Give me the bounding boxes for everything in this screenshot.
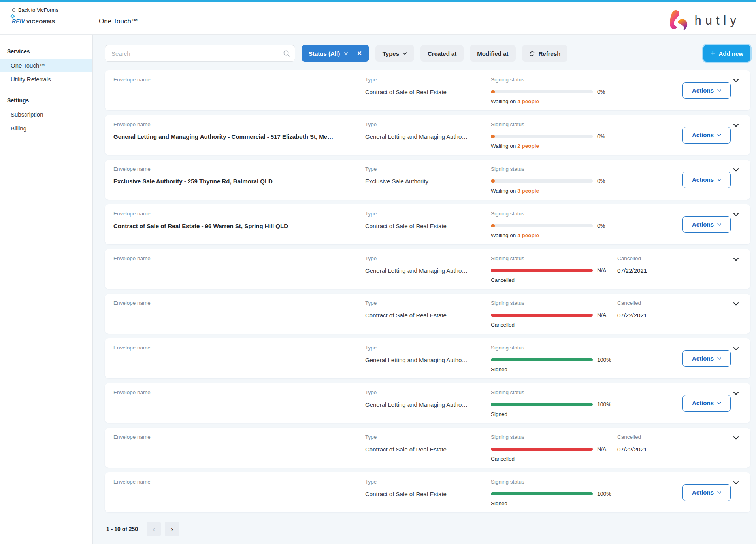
type-value: Exclusive Sale Authority — [365, 178, 485, 185]
expand-chevron-down-icon[interactable] — [732, 299, 740, 308]
expand-chevron-down-icon[interactable] — [732, 255, 740, 264]
envelope-name-value: Contract of Sale of Real Estate - 96 War… — [113, 223, 357, 229]
signing-progress-bar — [491, 135, 593, 138]
cancelled-label: Cancelled — [617, 255, 682, 261]
expand-chevron-down-icon[interactable] — [732, 344, 740, 353]
envelope-row: Envelope name Type Contract of Sale of R… — [105, 70, 750, 110]
envelope-name-label: Envelope name — [113, 211, 357, 217]
cancelled-date: 07/22/2021 — [617, 267, 682, 274]
expand-chevron-down-icon[interactable] — [732, 433, 740, 442]
types-filter-button[interactable]: Types — [375, 45, 414, 62]
refresh-button[interactable]: Refresh — [522, 45, 568, 62]
type-value: Contract of Sale of Real Estate — [365, 312, 485, 319]
type-label: Type — [365, 121, 485, 127]
signing-progress-fill — [491, 224, 495, 227]
signing-percent: 0% — [597, 133, 605, 140]
cancelled-column: Cancelled 07/22/2021 — [617, 300, 682, 327]
signing-status-text: Waiting on2 people — [491, 143, 617, 149]
type-label: Type — [365, 345, 485, 351]
created-at-button[interactable]: Created at — [420, 45, 464, 62]
envelope-row: Envelope name Type General Letting and M… — [105, 338, 750, 378]
signing-percent: 0% — [597, 178, 605, 184]
status-prefix: Waiting on — [491, 188, 516, 194]
type-label: Type — [365, 434, 485, 440]
signing-percent: 100% — [597, 401, 611, 408]
envelope-name-label: Envelope name — [113, 255, 357, 261]
clear-status-filter-icon[interactable]: ✕ — [357, 50, 362, 57]
toolbar: Status (All) ✕ Types Created at Modified… — [105, 45, 750, 62]
actions-button-label: Actions — [692, 87, 714, 94]
actions-button[interactable]: Actions — [682, 82, 731, 99]
signing-status-label: Signing status — [491, 166, 617, 172]
chevron-down-icon — [717, 223, 721, 226]
type-value: General Letting and Managing Autho… — [365, 267, 485, 274]
expand-chevron-down-icon[interactable] — [732, 478, 740, 487]
signing-status-text: Signed — [491, 411, 617, 417]
envelope-row: Envelope name Exclusive Sale Authority -… — [105, 160, 750, 200]
status-prefix: Waiting on — [491, 98, 516, 104]
envelope-name-label: Envelope name — [113, 434, 357, 440]
expand-chevron-down-icon[interactable] — [732, 389, 740, 398]
type-label: Type — [365, 300, 485, 306]
back-link[interactable]: Back to VicForms — [12, 7, 58, 13]
envelope-name-label: Envelope name — [113, 300, 357, 306]
pagination-next-button[interactable]: › — [165, 522, 179, 536]
signing-progress-fill — [491, 448, 593, 451]
envelope-row: Envelope name Type General Letting and M… — [105, 249, 750, 289]
expand-chevron-down-icon[interactable] — [732, 165, 740, 174]
sidebar-heading-services: Services — [0, 44, 92, 59]
envelope-name-label: Envelope name — [113, 389, 357, 395]
pagination-range: 1 - 10 of 250 — [106, 526, 138, 532]
status-highlight: 4 people — [517, 98, 539, 104]
envelope-name-value: General Letting and Managing Authority -… — [113, 133, 357, 140]
cancelled-date: 07/22/2021 — [617, 312, 682, 319]
type-value: Contract of Sale of Real Estate — [365, 446, 485, 453]
signing-status-label: Signing status — [491, 300, 617, 306]
modified-at-button[interactable]: Modified at — [470, 45, 515, 62]
chevron-down-icon — [717, 179, 721, 181]
sidebar-item-utility-referrals[interactable]: Utility Referrals — [0, 72, 92, 86]
type-value: Contract of Sale of Real Estate — [365, 491, 485, 497]
signing-percent: N/A — [597, 312, 606, 318]
pagination-prev-button[interactable]: ‹ — [147, 522, 161, 536]
signing-progress-fill — [491, 314, 593, 317]
chevron-down-icon — [403, 52, 407, 55]
actions-button[interactable]: Actions — [682, 172, 731, 188]
hutly-mark-icon — [669, 10, 688, 31]
expand-chevron-down-icon[interactable] — [732, 121, 740, 130]
actions-button-label: Actions — [692, 221, 714, 228]
signing-progress-bar — [491, 358, 593, 361]
actions-button[interactable]: Actions — [682, 216, 731, 233]
signing-progress-bar — [491, 90, 593, 93]
signing-status-text: Cancelled — [491, 322, 617, 328]
status-filter-label: Status (All) — [309, 50, 340, 57]
expand-chevron-down-icon[interactable] — [732, 76, 740, 85]
actions-button-label: Actions — [692, 400, 714, 406]
type-label: Type — [365, 77, 485, 83]
actions-button[interactable]: Actions — [682, 484, 731, 501]
signing-percent: N/A — [597, 267, 606, 274]
signing-percent: 0% — [597, 223, 605, 229]
signing-status-label: Signing status — [491, 479, 617, 485]
signing-status-text: Waiting on4 people — [491, 232, 617, 238]
envelope-row: Envelope name Type Contract of Sale of R… — [105, 472, 750, 512]
actions-button-label: Actions — [692, 132, 714, 138]
back-link-label: Back to VicForms — [18, 7, 58, 13]
envelope-row: Envelope name Type Contract of Sale of R… — [105, 428, 750, 468]
actions-button[interactable]: Actions — [682, 127, 731, 144]
sidebar-item-one-touch[interactable]: One Touch™ — [0, 59, 92, 72]
search-input[interactable] — [105, 45, 295, 62]
cancelled-label: Cancelled — [617, 434, 682, 440]
actions-button[interactable]: Actions — [682, 395, 731, 412]
actions-button[interactable]: Actions — [682, 350, 731, 367]
status-filter-button[interactable]: Status (All) ✕ — [302, 45, 369, 62]
sidebar-item-billing[interactable]: Billing — [0, 121, 92, 135]
envelope-row: Envelope name Type General Letting and M… — [105, 383, 750, 423]
add-new-button[interactable]: + Add new — [703, 45, 750, 62]
signing-status-text: Cancelled — [491, 277, 617, 283]
sidebar-item-subscription[interactable]: Subscription — [0, 108, 92, 121]
search-icon — [283, 50, 290, 57]
expand-chevron-down-icon[interactable] — [732, 210, 740, 219]
status-prefix: Signed — [491, 411, 507, 417]
type-value: Contract of Sale of Real Estate — [365, 89, 485, 95]
